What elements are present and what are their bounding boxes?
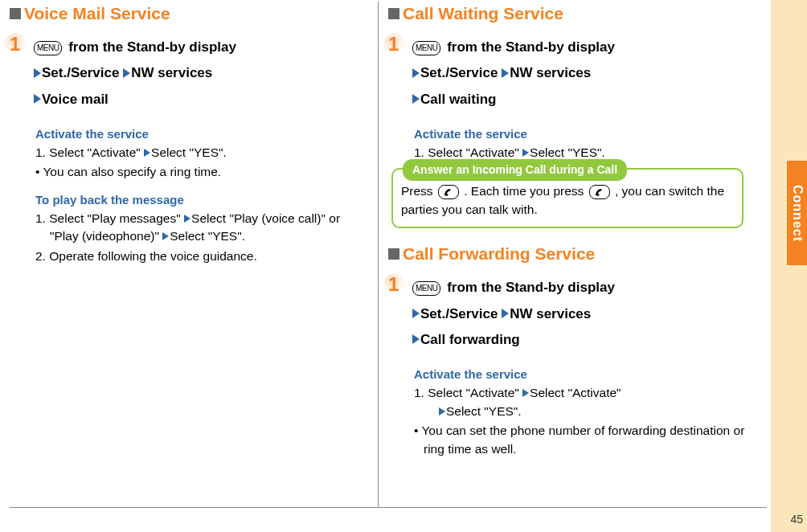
sub-body: 1. Select "Activate" Select "YES". • You… (35, 144, 368, 182)
section-title-call-waiting: Call Waiting Service (388, 4, 747, 23)
text: 1. Select "Activate" (35, 145, 141, 159)
triangle-icon (502, 68, 509, 78)
callout-title: Answer an Incoming Call during a Call (403, 159, 627, 180)
side-tab-label: Connect (787, 161, 807, 265)
step-number: 1 (10, 35, 34, 113)
step-part: NW services (510, 306, 591, 321)
step-body: MENU from the Stand-by display Set./Serv… (34, 35, 236, 113)
step-part: Set./Service (42, 65, 119, 80)
text: Select "Activate" (530, 386, 621, 399)
sub-activate: Activate the service 1. Select "Activate… (414, 367, 747, 458)
step-part: Call waiting (420, 92, 496, 107)
section-title-text: Call Waiting Service (403, 4, 563, 23)
text: 1. Select "Activate" (414, 145, 519, 159)
step-1: 1 MENU from the Stand-by display Set./Se… (388, 275, 747, 353)
section-title-voice-mail: Voice Mail Service (10, 4, 368, 23)
side-tab: Connect (771, 0, 807, 532)
list-item: 1. Select "Activate" Select "Activate" S… (414, 384, 747, 420)
callout-text: Press (401, 184, 436, 198)
step-part: Set./Service (420, 65, 498, 80)
triangle-icon (439, 407, 445, 415)
step-part: NW services (510, 65, 591, 80)
triangle-icon (412, 68, 420, 78)
step-number: 1 (388, 35, 412, 113)
menu-button-icon: MENU (412, 281, 440, 296)
callout-answer-incoming: Answer an Incoming Call during a Call Pr… (391, 168, 744, 228)
section-title-text: Call Forwarding Service (403, 244, 595, 264)
triangle-icon (123, 68, 130, 78)
square-bullet-icon (388, 248, 399, 260)
call-key-icon (438, 185, 459, 199)
sub-body: 1. Select "Play messages" Select "Play (… (35, 210, 368, 265)
bullet-item: • You can also specify a ring time. (35, 163, 368, 181)
step-part: NW services (131, 65, 212, 80)
page-number: 45 (790, 513, 803, 526)
sub-playback: To play back the message 1. Select "Play… (35, 193, 368, 265)
triangle-icon (412, 334, 420, 344)
step-1: 1 MENU from the Stand-by display Set./Se… (10, 35, 368, 113)
triangle-icon (34, 94, 41, 104)
triangle-icon (162, 232, 169, 240)
sub-title: Activate the service (414, 367, 747, 381)
step-text: from the Stand-by display (68, 39, 236, 55)
triangle-icon (412, 309, 420, 318)
sub-title: Activate the service (414, 127, 747, 141)
step-text: from the Stand-by display (447, 280, 615, 295)
step-body: MENU from the Stand-by display Set./Serv… (412, 275, 615, 353)
triangle-icon (34, 68, 41, 78)
sub-title: Activate the service (35, 127, 368, 141)
triangle-icon (522, 149, 529, 157)
section-title-call-forwarding: Call Forwarding Service (388, 244, 747, 264)
text: Select "YES". (530, 145, 605, 159)
text: Select "YES". (151, 145, 227, 159)
call-key-icon (589, 185, 610, 199)
footer-line (10, 507, 767, 508)
step-1: 1 MENU from the Stand-by display Set./Se… (388, 35, 747, 113)
text: Select "YES". (170, 229, 245, 243)
text: Select "YES". (446, 404, 522, 418)
triangle-icon (184, 215, 190, 223)
callout-text: . Each time you press (464, 184, 587, 198)
list-item: 2. Operate following the voice guidance. (35, 248, 368, 265)
menu-button-icon: MENU (412, 41, 440, 55)
list-item: 1. Select "Play messages" Select "Play (… (35, 210, 368, 246)
sub-activate: Activate the service 1. Select "Activate… (35, 127, 368, 182)
step-part: Call forwarding (420, 332, 520, 347)
sub-title: To play back the message (35, 193, 368, 207)
menu-button-icon: MENU (34, 41, 62, 55)
step-body: MENU from the Stand-by display Set./Serv… (412, 35, 615, 113)
triangle-icon (522, 389, 529, 397)
section-title-text: Voice Mail Service (24, 4, 170, 23)
sub-activate: Activate the service 1. Select "Activate… (414, 127, 747, 162)
square-bullet-icon (10, 8, 21, 19)
sub-body: 1. Select "Activate" Select "Activate" S… (414, 384, 747, 458)
step-part: Voice mail (42, 92, 109, 107)
square-bullet-icon (388, 8, 399, 19)
list-item: 1. Select "Activate" Select "YES". (35, 144, 368, 162)
triangle-icon (144, 149, 150, 157)
step-text: from the Stand-by display (447, 39, 615, 55)
step-number: 1 (388, 275, 412, 353)
text: 1. Select "Play messages" (35, 211, 181, 225)
triangle-icon (412, 94, 420, 104)
text: 1. Select "Activate" (414, 386, 519, 399)
triangle-icon (502, 309, 509, 318)
bullet-item: • You can set the phone number of forwar… (414, 422, 747, 458)
step-part: Set./Service (420, 306, 498, 321)
